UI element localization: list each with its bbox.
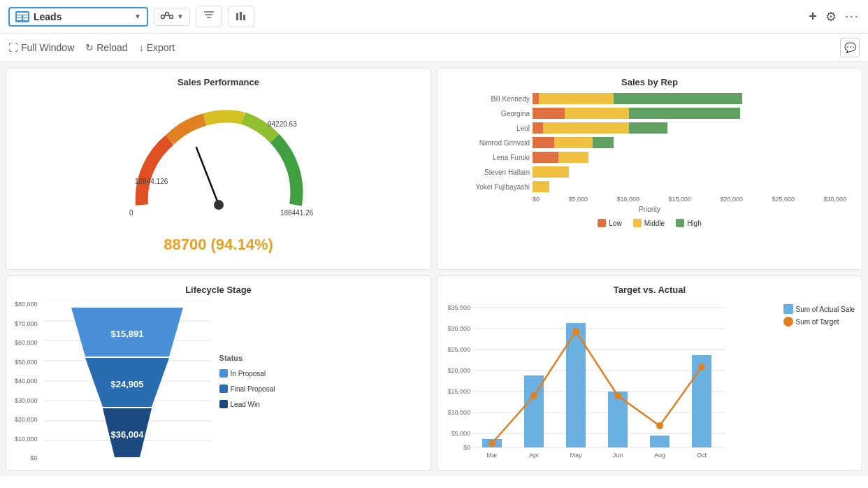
add-button[interactable]: + [809,8,817,24]
target-vs-actual-card: Target vs. Actual $35,000 $30,000 $25,00… [437,275,862,471]
lifecycle-stage-card: Lifecycle Stage $80,000$70,000$60,000$50… [6,275,431,471]
chat-button[interactable]: 💬 [840,38,860,57]
final-proposal-swatch [219,385,228,393]
bar-middle [539,93,614,104]
funnel-y-label: $0 [15,454,38,461]
funnel-y-label: $20,000 [15,416,38,423]
svg-point-6 [166,12,169,15]
rep-label: Steven Hallam [453,168,530,176]
svg-rect-4 [23,18,28,20]
svg-text:Jun: Jun [613,452,623,459]
lifecycle-content: $80,000$70,000$60,000$50,000$40,000$30,0… [15,301,422,461]
svg-point-62 [656,422,663,429]
target-swatch [783,317,793,326]
bar-middle [533,166,569,178]
settings-button[interactable]: ⚙ [825,9,837,24]
svg-text:$15,000: $15,000 [447,388,470,395]
funnel-y-label: $10,000 [15,436,38,443]
funnel-with-axis: $80,000$70,000$60,000$50,000$40,000$30,0… [15,301,211,461]
low-color-swatch [598,219,606,227]
bar-low [533,137,554,148]
svg-point-63 [698,364,705,371]
reload-button[interactable]: ↻ Reload [85,42,127,53]
svg-text:$30,000: $30,000 [447,325,470,332]
svg-text:188441.26: 188441.26 [280,209,314,217]
funnel-y-label: $40,000 [15,378,38,385]
bar-low [533,93,539,104]
lead-win-swatch [219,400,228,408]
gauge-value: 88700 (94.14%) [164,236,273,254]
svg-text:Mar: Mar [486,452,498,459]
sales-performance-title: Sales Performance [15,77,422,87]
target-vs-actual-title: Target vs. Actual [446,285,853,295]
bar-high [593,137,614,148]
lead-win-label: Lead Win [231,401,260,408]
in-proposal-swatch [219,369,228,378]
svg-text:$25,000: $25,000 [447,346,470,353]
export-icon: ↓ [139,42,144,53]
svg-rect-1 [17,15,22,17]
svg-text:$20,000: $20,000 [447,367,470,374]
svg-line-8 [165,15,166,16]
bar-middle [565,108,629,119]
rep-label: Yokei Fujibayashi [453,183,530,191]
gauge-svg: 0 18844.126 94220.63 188441.26 [114,100,324,233]
lifecycle-stage-title: Lifecycle Stage [15,285,422,295]
full-window-icon: ⛶ [8,42,18,53]
svg-text:$24,905: $24,905 [110,379,143,389]
target-chart-content: $35,000 $30,000 $25,000 $20,000 $15,000 … [446,301,853,461]
svg-text:0: 0 [129,209,133,217]
bar-low [533,152,558,163]
gauge-container: 0 18844.126 94220.63 188441.26 88700 (94… [15,93,422,261]
export-button[interactable]: ↓ Export [139,42,175,53]
svg-text:94220.63: 94220.63 [268,120,297,128]
bar-row: Steven Hallam [453,166,846,178]
bar-track [533,122,846,134]
funnel-y-label: $30,000 [15,397,38,404]
bar-track [533,137,846,148]
target-legend-item: Sum of Target [783,317,855,326]
dashboard: Sales Performance 0 18844.126 [0,62,868,476]
funnel-legend-final-proposal: Final Proposal [219,385,275,393]
sales-performance-card: Sales Performance 0 18844.126 [6,68,431,270]
leads-label: Leads [34,11,130,22]
sales-rep-legend: Low Middle High [446,219,853,227]
svg-line-9 [169,15,170,16]
bar-track [533,152,846,163]
more-options-button[interactable]: ··· [845,9,860,24]
svg-text:$5,000: $5,000 [451,430,470,437]
bar-row: Bill Kennedy [453,93,846,104]
svg-point-61 [614,392,621,399]
target-legend: Sum of Actual Sale Sum of Target [783,304,855,326]
filter-button[interactable] [196,6,222,27]
legend-middle: Middle [633,219,665,227]
table-icon [15,11,29,22]
bar-track [533,93,846,104]
graph-type-button[interactable]: ▼ [154,8,190,26]
svg-text:18844.126: 18844.126 [135,178,168,185]
leads-dropdown[interactable]: Leads ▼ [8,7,148,27]
header-right-actions: + ⚙ ··· [809,8,860,24]
target-chart-svg: $35,000 $30,000 $25,000 $20,000 $15,000 … [446,301,746,461]
bar-row: Yokei Fujibayashi [453,181,846,192]
bar-high [629,122,667,134]
bar-track [533,181,846,192]
chart-view-button[interactable] [228,6,254,27]
bar-row: Nimrod Grinvald [453,137,846,148]
funnel-legend-in-proposal: In Proposal [219,369,275,378]
actual-legend-item: Sum of Actual Sale [783,304,855,314]
bar-middle [554,137,593,148]
svg-text:Apr: Apr [529,452,539,459]
bar-low [533,108,565,119]
rep-label: Lena Furuki [453,154,530,162]
svg-rect-13 [236,13,238,20]
rep-label: Nimrod Grinvald [453,139,530,147]
svg-point-60 [572,328,579,335]
full-window-button[interactable]: ⛶ Full Window [8,42,74,53]
funnel-y-label: $50,000 [15,359,38,366]
svg-rect-56 [650,436,670,447]
svg-rect-14 [240,12,242,20]
bar-row: Lena Furuki [453,152,846,163]
svg-text:Oct: Oct [697,452,707,459]
svg-rect-2 [23,15,28,17]
